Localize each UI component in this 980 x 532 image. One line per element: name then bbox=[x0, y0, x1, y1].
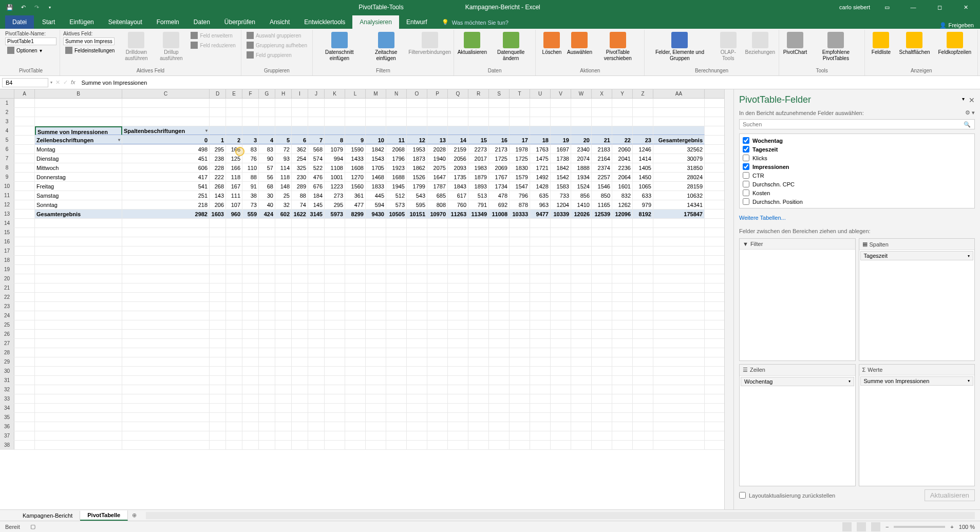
page-layout-view-icon[interactable] bbox=[857, 522, 866, 531]
cell[interactable] bbox=[14, 413, 35, 422]
cell[interactable] bbox=[633, 237, 653, 246]
cell[interactable] bbox=[122, 283, 210, 292]
cell[interactable] bbox=[226, 330, 242, 338]
cell[interactable] bbox=[530, 441, 551, 449]
cell[interactable] bbox=[489, 99, 510, 107]
row-header[interactable]: 29 bbox=[0, 357, 14, 366]
cell[interactable]: 1787 bbox=[427, 182, 448, 191]
cell[interactable] bbox=[308, 404, 325, 412]
refresh-button[interactable]: Aktualisieren bbox=[457, 31, 487, 56]
cell[interactable] bbox=[489, 311, 510, 320]
cell[interactable] bbox=[530, 385, 551, 394]
cell[interactable] bbox=[345, 228, 366, 237]
cell[interactable] bbox=[366, 126, 386, 135]
cell[interactable] bbox=[633, 376, 653, 385]
cell[interactable]: 107 bbox=[226, 200, 242, 209]
cell[interactable] bbox=[259, 256, 275, 264]
cell[interactable] bbox=[592, 228, 612, 237]
cell[interactable] bbox=[308, 348, 325, 357]
cell[interactable]: 12026 bbox=[571, 210, 592, 218]
cell[interactable] bbox=[653, 311, 705, 320]
cell[interactable] bbox=[633, 441, 653, 449]
cell[interactable] bbox=[448, 441, 468, 449]
cell[interactable] bbox=[35, 441, 122, 449]
cell[interactable] bbox=[275, 219, 292, 227]
cell[interactable] bbox=[653, 283, 705, 292]
cell[interactable] bbox=[386, 394, 407, 403]
cell[interactable] bbox=[427, 293, 448, 301]
cell[interactable] bbox=[530, 126, 551, 135]
cell[interactable] bbox=[14, 302, 35, 311]
cell[interactable] bbox=[427, 367, 448, 375]
cell[interactable] bbox=[489, 283, 510, 292]
cell[interactable]: 692 bbox=[489, 200, 510, 209]
cell[interactable] bbox=[468, 265, 489, 274]
ribbon-options-icon[interactable]: ▭ bbox=[878, 0, 896, 14]
row-header[interactable]: 19 bbox=[0, 265, 14, 274]
cell[interactable]: 574 bbox=[308, 154, 325, 163]
cell[interactable] bbox=[325, 117, 345, 126]
cell[interactable] bbox=[386, 302, 407, 311]
tab-view[interactable]: Ansicht bbox=[262, 15, 297, 29]
cell[interactable] bbox=[308, 246, 325, 255]
cell[interactable]: 2340 bbox=[571, 145, 592, 154]
cell[interactable]: 9430 bbox=[366, 210, 386, 218]
cell[interactable] bbox=[259, 330, 275, 338]
cell[interactable] bbox=[612, 219, 633, 227]
cell[interactable] bbox=[345, 320, 366, 329]
cell[interactable] bbox=[633, 256, 653, 264]
cell[interactable] bbox=[242, 376, 259, 385]
cell[interactable] bbox=[427, 126, 448, 135]
cell[interactable] bbox=[468, 422, 489, 431]
cell[interactable] bbox=[571, 422, 592, 431]
cell[interactable]: 2064 bbox=[612, 173, 633, 181]
cell[interactable] bbox=[242, 431, 259, 440]
cell[interactable]: 1543 bbox=[366, 154, 386, 163]
cell[interactable]: Samstag bbox=[35, 191, 122, 200]
cell[interactable] bbox=[571, 394, 592, 403]
cell[interactable] bbox=[612, 99, 633, 107]
cell[interactable] bbox=[551, 117, 571, 126]
filter-conn-button[interactable]: Filterverbindungen bbox=[409, 31, 450, 56]
cell[interactable]: 14 bbox=[448, 136, 468, 144]
cell[interactable] bbox=[210, 117, 226, 126]
cell[interactable]: 595 bbox=[407, 200, 427, 209]
cell[interactable]: 12539 bbox=[592, 210, 612, 218]
cell[interactable] bbox=[489, 404, 510, 412]
cell[interactable] bbox=[210, 246, 226, 255]
row-header[interactable]: 9 bbox=[0, 173, 14, 181]
cell[interactable] bbox=[489, 246, 510, 255]
cell[interactable]: 11263 bbox=[448, 210, 468, 218]
cell[interactable] bbox=[510, 357, 530, 366]
col-header[interactable]: F bbox=[242, 89, 259, 98]
cell[interactable] bbox=[592, 256, 612, 264]
cell[interactable] bbox=[242, 265, 259, 274]
cell[interactable] bbox=[489, 117, 510, 126]
cell[interactable] bbox=[275, 413, 292, 422]
cell[interactable] bbox=[345, 237, 366, 246]
cell[interactable] bbox=[592, 265, 612, 274]
cell[interactable] bbox=[551, 367, 571, 375]
cell[interactable] bbox=[308, 367, 325, 375]
cell[interactable] bbox=[551, 256, 571, 264]
cell[interactable] bbox=[14, 256, 35, 264]
cell[interactable]: 1583 bbox=[551, 182, 571, 191]
cell[interactable] bbox=[35, 385, 122, 394]
col-header[interactable]: I bbox=[292, 89, 308, 98]
cell[interactable] bbox=[592, 302, 612, 311]
cell[interactable] bbox=[210, 237, 226, 246]
cell[interactable] bbox=[489, 265, 510, 274]
cell[interactable] bbox=[592, 274, 612, 283]
cell[interactable] bbox=[35, 357, 122, 366]
cell[interactable] bbox=[407, 441, 427, 449]
cell[interactable] bbox=[448, 237, 468, 246]
cell[interactable]: 222 bbox=[210, 173, 226, 181]
cell[interactable] bbox=[386, 99, 407, 107]
cell[interactable] bbox=[571, 99, 592, 107]
cell[interactable] bbox=[489, 348, 510, 357]
cell[interactable] bbox=[448, 330, 468, 338]
cell[interactable] bbox=[530, 219, 551, 227]
cell[interactable] bbox=[612, 237, 633, 246]
cell[interactable]: 1001 bbox=[325, 173, 345, 181]
cell[interactable]: 1738 bbox=[551, 154, 571, 163]
